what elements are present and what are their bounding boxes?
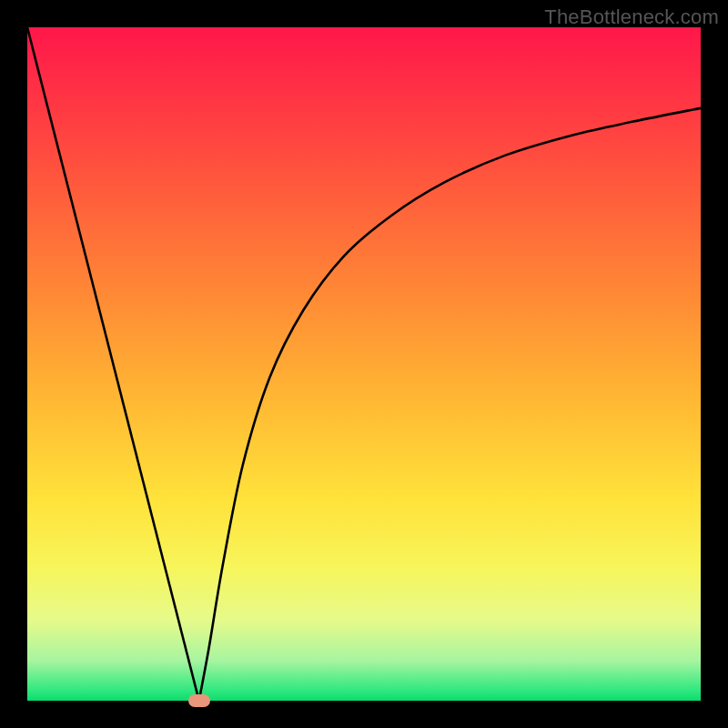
- optimal-point-marker: [188, 694, 210, 707]
- watermark-text: TheBottleneck.com: [544, 5, 719, 29]
- chart-frame: [27, 27, 701, 701]
- bottleneck-chart: [27, 27, 701, 701]
